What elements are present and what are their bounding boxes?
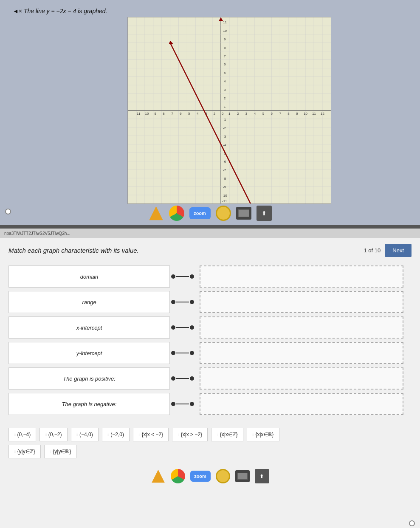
tile-0-2[interactable]: :: (0,−2)	[39, 428, 67, 441]
drop-zone-6[interactable]	[200, 393, 403, 415]
svg-text:10: 10	[223, 29, 227, 33]
svg-text:-1: -1	[223, 118, 226, 121]
connector-5	[171, 367, 194, 390]
match-item-y-intercept[interactable]: y-intercept	[8, 342, 170, 364]
drag-handle: ::	[252, 432, 254, 437]
tile-label: (−4,0)	[79, 432, 93, 438]
taskbar-top: zoom ⬆	[149, 206, 272, 221]
tile-label: (−2,0)	[110, 432, 124, 438]
svg-text:7: 7	[279, 112, 281, 116]
taskbar-bottom: zoom ⬆	[0, 463, 420, 488]
svg-text:6: 6	[224, 62, 226, 66]
tile-y-integers[interactable]: :: {y|y∈ℤ}	[8, 445, 41, 458]
tile-x-reals[interactable]: :: {x|x∈ℝ}	[247, 428, 279, 441]
drag-handle: ::	[107, 432, 109, 437]
svg-text:10: 10	[304, 112, 307, 116]
match-item-x-intercept[interactable]: x-intercept	[8, 316, 170, 339]
tile-x-lt-neg2[interactable]: :: {x|x < −2}	[133, 428, 169, 441]
tile-x-integers[interactable]: :: {x|x∈ℤ}	[211, 428, 243, 441]
connector-3	[171, 316, 194, 339]
graph-section: ◄× The line y = −2x − 4 is graphed.	[0, 0, 420, 225]
svg-text:-6: -6	[179, 112, 182, 116]
svg-text:-10: -10	[222, 194, 227, 198]
svg-text:3: 3	[224, 88, 226, 92]
svg-text:12: 12	[321, 112, 324, 116]
circle-icon-bottom[interactable]	[216, 469, 230, 483]
connector-4	[171, 342, 194, 364]
svg-text:5: 5	[224, 71, 226, 75]
tile-label: {x|x > −2}	[181, 432, 203, 438]
svg-text:-7: -7	[170, 112, 174, 116]
url-text: nba3TlWJTT2JTlwS2V5JTlwQ2h...	[4, 231, 70, 236]
monitor-icon-bottom[interactable]	[235, 470, 250, 482]
svg-text:11: 11	[312, 112, 316, 116]
tile-0-4[interactable]: :: (0,−4)	[8, 428, 36, 441]
page-indicator: 1 of 10	[364, 247, 381, 254]
graph-label: ◄× The line y = −2x − 4 is graphed.	[13, 8, 107, 14]
triangle-icon-bottom[interactable]	[151, 469, 166, 483]
drop-zone-5[interactable]	[200, 367, 403, 390]
svg-text:2: 2	[224, 96, 226, 100]
circle-icon-top[interactable]	[216, 206, 231, 221]
section-divider	[0, 225, 420, 229]
svg-text:4: 4	[254, 112, 256, 116]
bottom-section: nba3TlWJTT2JTlwS2V5JTlwQ2h... Match each…	[0, 229, 420, 528]
tile-neg2-0[interactable]: :: (−2,0)	[102, 428, 130, 441]
zoom-icon-top[interactable]: zoom	[189, 207, 211, 219]
drag-handle: ::	[178, 432, 179, 437]
drop-zone-1[interactable]	[200, 265, 403, 288]
radio-button-top[interactable]	[5, 209, 11, 215]
svg-text:8: 8	[288, 112, 290, 116]
tile-label: {y|y∈ℝ}	[53, 449, 71, 455]
svg-text:-9: -9	[223, 185, 226, 189]
tile-label: {x|x∈ℤ}	[220, 432, 238, 438]
svg-text:6: 6	[271, 112, 273, 116]
upload-icon-top[interactable]: ⬆	[257, 206, 272, 221]
svg-text:9: 9	[224, 37, 226, 41]
tile-x-gt-neg2[interactable]: :: {x|x > −2}	[172, 428, 208, 441]
svg-text:5: 5	[262, 112, 265, 116]
svg-text:-10: -10	[144, 112, 149, 116]
tile-neg4-0[interactable]: :: (−4,0)	[71, 428, 99, 441]
drag-handle: ::	[45, 432, 47, 437]
svg-text:8: 8	[224, 46, 226, 50]
url-strip: nba3TlWJTT2JTlwS2V5JTlwQ2h...	[0, 229, 420, 238]
drag-handle: ::	[76, 432, 78, 437]
zoom-icon-bottom[interactable]: zoom	[190, 471, 211, 482]
match-item-range[interactable]: range	[8, 291, 170, 313]
svg-text:-4: -4	[195, 112, 199, 116]
svg-text:9: 9	[296, 112, 298, 116]
drop-zone-4[interactable]	[200, 342, 403, 364]
drop-zone-3[interactable]	[200, 316, 403, 339]
radio-button-bottom[interactable]	[409, 520, 415, 526]
tile-y-reals[interactable]: :: {y|y∈ℝ}	[44, 445, 77, 458]
svg-text:-8: -8	[223, 177, 226, 181]
upload-icon-bottom[interactable]: ⬆	[255, 469, 269, 483]
match-area: domain range x-intercept y-intercept The…	[0, 261, 420, 419]
match-item-domain[interactable]: domain	[8, 265, 170, 288]
tile-label: {y|y∈ℤ}	[17, 449, 35, 455]
svg-text:0: 0	[222, 112, 224, 116]
connector-2	[171, 291, 194, 313]
svg-text:-2: -2	[212, 112, 216, 116]
svg-text:-3: -3	[223, 135, 226, 138]
chrome-icon-bottom[interactable]	[171, 469, 185, 483]
drop-zone-2[interactable]	[200, 291, 403, 313]
tile-label: (0,−2)	[48, 432, 62, 438]
tile-label: (0,−4)	[17, 432, 31, 438]
chrome-icon-top[interactable]	[169, 206, 184, 221]
drag-handle: ::	[50, 449, 51, 454]
triangle-icon-top[interactable]	[149, 206, 164, 221]
match-item-positive[interactable]: The graph is positive:	[8, 367, 170, 390]
svg-text:-11: -11	[135, 112, 141, 116]
svg-text:-8: -8	[162, 112, 165, 116]
drag-handle: ::	[14, 449, 16, 454]
tile-label: {x|x∈ℝ}	[255, 432, 273, 438]
drag-handle: ::	[138, 432, 140, 437]
match-item-negative[interactable]: The graph is negative:	[8, 393, 170, 415]
next-button[interactable]: Next	[385, 244, 412, 257]
left-column: domain range x-intercept y-intercept The…	[8, 265, 170, 415]
monitor-icon-top[interactable]	[236, 207, 251, 220]
connector-6	[171, 393, 194, 415]
svg-text:3: 3	[245, 112, 248, 116]
